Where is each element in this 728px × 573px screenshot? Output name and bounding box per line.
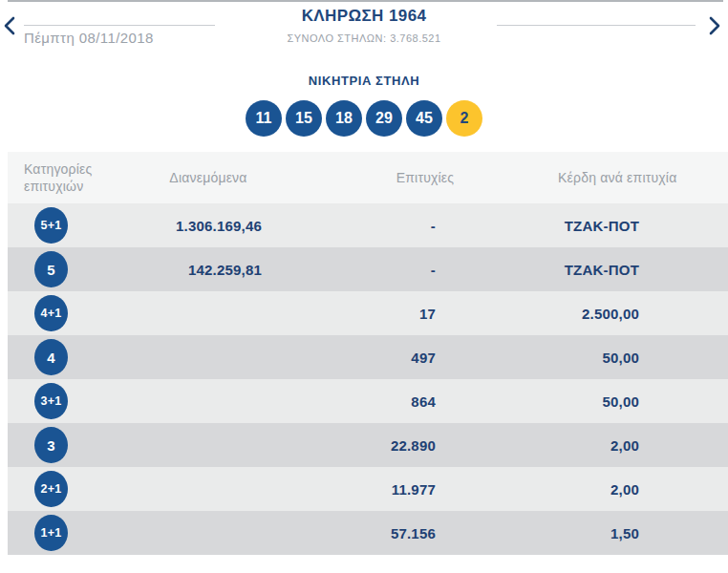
- column-header-categories: Κατηγορίες επιτυχιών: [8, 160, 108, 195]
- wins-value: 22.890: [292, 437, 558, 454]
- prize-tier-row: 3 22.890 2,00: [8, 423, 728, 467]
- winnings-value: 2,00: [558, 437, 655, 454]
- wins-value: 864: [292, 393, 558, 410]
- column-header-winnings: Κέρδη ανά επιτυχία: [558, 170, 655, 185]
- divider-line-right: [497, 25, 696, 26]
- winnings-value: 50,00: [558, 350, 655, 366]
- tier-badge: 1+1: [34, 515, 68, 551]
- winning-number-ball: 29: [366, 100, 402, 137]
- total-columns-label: ΣΥΝΟΛΟ ΣΤΗΛΩΝ: 3.768.521: [0, 32, 728, 44]
- tier-badge: 2+1: [34, 471, 68, 507]
- winnings-value: 2.500,00: [558, 306, 655, 322]
- chevron-right-icon: [709, 16, 720, 35]
- winnings-value: 50,00: [558, 393, 655, 410]
- winning-number-ball: 15: [286, 100, 322, 137]
- winning-column-title: ΝΙΚΗΤΡΙΑ ΣΤΗΛΗ: [0, 74, 728, 88]
- wins-value: 497: [292, 350, 558, 366]
- tier-badge: 4+1: [34, 295, 68, 331]
- tier-badge: 4: [34, 339, 68, 375]
- prize-table-header: Κατηγορίες επιτυχιών Διανεμόμενα Επιτυχί…: [8, 152, 728, 203]
- draw-navigator: Πέμπτη 08/11/2018 ΚΛΗΡΩΣΗ 1964 ΣΥΝΟΛΟ ΣΤ…: [0, 0, 728, 57]
- winning-number-ball: 11: [246, 100, 282, 137]
- prize-tier-row: 5+1 1.306.169,46 - ΤΖΑΚ-ΠΟΤ: [8, 203, 728, 247]
- prize-tier-row: 2+1 11.977 2,00: [8, 467, 728, 511]
- wins-value: 17: [292, 306, 558, 322]
- wins-value: 57.156: [292, 525, 558, 541]
- next-draw-button[interactable]: [705, 13, 724, 38]
- prize-tier-row: 4 497 50,00: [8, 335, 728, 379]
- wins-value: 11.977: [292, 481, 558, 498]
- winnings-value: 1,50: [558, 525, 655, 541]
- prize-tier-row: 3+1 864 50,00: [8, 379, 728, 423]
- top-divider: [8, 0, 723, 2]
- tier-badge: 3+1: [34, 383, 68, 419]
- tzoker-draw-results-page: Πέμπτη 08/11/2018 ΚΛΗΡΩΣΗ 1964 ΣΥΝΟΛΟ ΣΤ…: [0, 0, 728, 573]
- winnings-value: ΤΖΑΚ-ΠΟΤ: [558, 262, 655, 278]
- tier-badge: 3: [34, 427, 68, 463]
- winnings-value: ΤΖΑΚ-ΠΟΤ: [558, 218, 655, 234]
- winning-number-ball: 18: [326, 100, 362, 137]
- bonus-number-ball: 2: [446, 100, 482, 137]
- draw-title: ΚΛΗΡΩΣΗ 1964: [0, 7, 728, 26]
- column-header-wins: Επιτυχίες: [292, 170, 558, 185]
- winning-column-section: ΝΙΚΗΤΡΙΑ ΣΤΗΛΗ 11 15 18 29 45 2: [0, 57, 728, 137]
- distributed-value: 142.259,81: [124, 262, 292, 278]
- column-header-distributed: Διανεμόμενα: [124, 170, 292, 185]
- prize-tier-row: 1+1 57.156 1,50: [8, 511, 728, 555]
- tier-badge: 5: [34, 251, 68, 287]
- winning-number-ball: 45: [406, 100, 442, 137]
- winning-numbers: 11 15 18 29 45 2: [0, 100, 728, 137]
- tier-badge: 5+1: [34, 207, 68, 244]
- wins-value: -: [292, 262, 558, 278]
- prize-table: Κατηγορίες επιτυχιών Διανεμόμενα Επιτυχί…: [8, 152, 728, 555]
- distributed-value: 1.306.169,46: [124, 218, 292, 234]
- prize-tier-row: 4+1 17 2.500,00: [8, 291, 728, 335]
- wins-value: -: [292, 218, 558, 234]
- winnings-value: 2,00: [558, 481, 655, 498]
- prize-tier-row: 5 142.259,81 - ΤΖΑΚ-ΠΟΤ: [8, 247, 728, 291]
